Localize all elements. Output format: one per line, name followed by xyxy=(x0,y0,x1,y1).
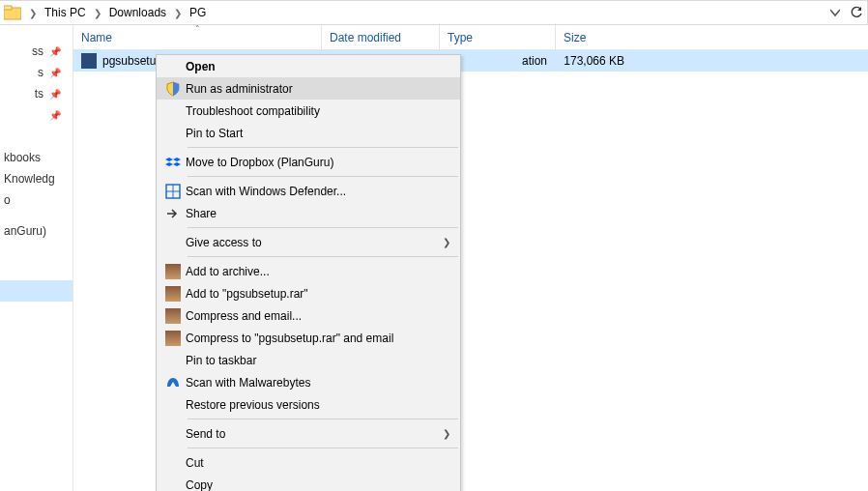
svg-rect-1 xyxy=(4,6,12,10)
sidebar-item[interactable]: o xyxy=(0,189,72,211)
ctx-label: Run as administrator xyxy=(186,82,450,96)
ctx-label: Add to archive... xyxy=(186,265,450,278)
separator xyxy=(188,256,458,257)
ctx-label: Give access to xyxy=(186,236,443,249)
chevron-right-icon: ❯ xyxy=(443,237,450,247)
sidebar-label: o xyxy=(4,193,11,207)
ctx-copy[interactable]: Copy xyxy=(157,474,460,491)
column-type[interactable]: Type xyxy=(439,25,555,49)
separator xyxy=(188,448,458,448)
exe-icon xyxy=(81,53,97,69)
ctx-label: Copy xyxy=(186,478,450,492)
quick-access-item[interactable]: s📌 xyxy=(0,62,72,83)
quick-access-item[interactable]: 📌 xyxy=(0,104,72,126)
separator xyxy=(188,176,458,177)
history-dropdown-button[interactable] xyxy=(825,1,846,24)
ctx-share[interactable]: Share xyxy=(157,202,460,224)
ctx-pin-start[interactable]: Pin to Start xyxy=(157,122,460,144)
ctx-restore[interactable]: Restore previous versions xyxy=(157,393,460,416)
sidebar-item-selected[interactable] xyxy=(0,280,72,302)
ctx-give-access[interactable]: Give access to❯ xyxy=(157,231,460,253)
ctx-label: Troubleshoot compatibility xyxy=(186,104,450,118)
file-type: ation xyxy=(522,54,547,68)
folder-icon xyxy=(0,1,25,24)
column-label: Size xyxy=(564,31,586,44)
sidebar-label: ss xyxy=(32,44,43,58)
winrar-icon xyxy=(160,286,186,302)
breadcrumb-downloads[interactable]: Downloads xyxy=(105,1,170,24)
ctx-open[interactable]: Open xyxy=(157,55,460,77)
ctx-label: Scan with Malwarebytes xyxy=(186,376,450,390)
context-menu: Open Run as administrator Troubleshoot c… xyxy=(156,54,461,491)
file-size: 173,066 KB xyxy=(564,54,624,68)
shield-icon xyxy=(160,81,186,97)
breadcrumb-this-pc[interactable]: This PC xyxy=(41,1,90,24)
winrar-icon xyxy=(160,264,186,279)
ctx-compress-email[interactable]: Compress and email... xyxy=(157,304,460,327)
separator xyxy=(188,147,458,148)
ctx-label: Pin to taskbar xyxy=(186,354,450,367)
separator xyxy=(188,419,458,419)
navigation-sidebar[interactable]: ss📌 s📌 ts📌 📌 kbooks Knowledg o anGuru) xyxy=(0,25,73,491)
sidebar-label: kbooks xyxy=(4,151,41,164)
winrar-icon xyxy=(160,331,186,346)
share-icon xyxy=(160,206,186,221)
sidebar-label: Knowledg xyxy=(4,172,55,186)
column-headers: Name ˄ Date modified Type Size xyxy=(73,25,868,50)
ctx-label: Compress and email... xyxy=(186,309,450,323)
sort-asc-icon: ˄ xyxy=(195,24,200,34)
sidebar-label: anGuru) xyxy=(4,224,46,238)
file-name: pgsubsetup xyxy=(102,54,162,68)
chevron-right-icon: ❯ xyxy=(25,8,41,18)
defender-icon xyxy=(160,184,186,199)
chevron-right-icon: ❯ xyxy=(170,8,186,18)
ctx-label: Scan with Windows Defender... xyxy=(186,185,450,198)
breadcrumb-pg[interactable]: PG xyxy=(186,1,210,24)
ctx-defender[interactable]: Scan with Windows Defender... xyxy=(157,180,460,202)
column-label: Type xyxy=(448,31,473,44)
ctx-label: Move to Dropbox (PlanGuru) xyxy=(186,156,450,169)
separator xyxy=(188,227,458,228)
chevron-right-icon: ❯ xyxy=(90,8,105,18)
quick-access-item[interactable]: ss📌 xyxy=(0,41,72,62)
column-date[interactable]: Date modified xyxy=(321,25,439,49)
column-label: Name xyxy=(81,31,112,44)
ctx-compress-rar-email[interactable]: Compress to "pgsubsetup.rar" and email xyxy=(157,327,460,349)
column-size[interactable]: Size xyxy=(555,25,632,49)
dropbox-icon xyxy=(160,155,186,170)
ctx-label: Share xyxy=(186,207,450,220)
pin-icon: 📌 xyxy=(49,46,61,57)
ctx-label: Cut xyxy=(186,456,450,470)
ctx-pin-taskbar[interactable]: Pin to taskbar xyxy=(157,349,460,371)
pin-icon: 📌 xyxy=(49,110,61,121)
ctx-label: Pin to Start xyxy=(186,127,450,140)
malwarebytes-icon xyxy=(160,375,186,390)
ctx-label: Open xyxy=(186,60,450,73)
ctx-send-to[interactable]: Send to❯ xyxy=(157,422,460,445)
pin-icon: 📌 xyxy=(49,68,61,78)
ctx-troubleshoot[interactable]: Troubleshoot compatibility xyxy=(157,100,460,122)
ctx-malwarebytes[interactable]: Scan with Malwarebytes xyxy=(157,371,460,393)
refresh-button[interactable] xyxy=(846,1,867,24)
column-name[interactable]: Name ˄ xyxy=(73,25,321,49)
sidebar-item[interactable]: anGuru) xyxy=(0,220,72,242)
sidebar-item[interactable]: Knowledg xyxy=(0,168,72,189)
ctx-cut[interactable]: Cut xyxy=(157,451,460,474)
ctx-label: Add to "pgsubsetup.rar" xyxy=(186,287,450,301)
quick-access-item[interactable]: ts📌 xyxy=(0,83,72,104)
sidebar-label: ts xyxy=(35,87,43,101)
ctx-label: Compress to "pgsubsetup.rar" and email xyxy=(186,332,450,345)
ctx-label: Send to xyxy=(186,427,443,441)
sidebar-item[interactable]: kbooks xyxy=(0,147,72,168)
ctx-run-as-admin[interactable]: Run as administrator xyxy=(157,77,460,100)
sidebar-label: s xyxy=(38,66,43,79)
ctx-dropbox[interactable]: Move to Dropbox (PlanGuru) xyxy=(157,151,460,173)
address-bar[interactable]: ❯ This PC ❯ Downloads ❯ PG xyxy=(0,0,868,25)
column-label: Date modified xyxy=(330,31,401,44)
ctx-add-archive[interactable]: Add to archive... xyxy=(157,260,460,282)
chevron-right-icon: ❯ xyxy=(443,428,450,439)
ctx-label: Restore previous versions xyxy=(186,398,450,412)
ctx-add-rar[interactable]: Add to "pgsubsetup.rar" xyxy=(157,282,460,304)
pin-icon: 📌 xyxy=(49,89,61,100)
winrar-icon xyxy=(160,308,186,324)
